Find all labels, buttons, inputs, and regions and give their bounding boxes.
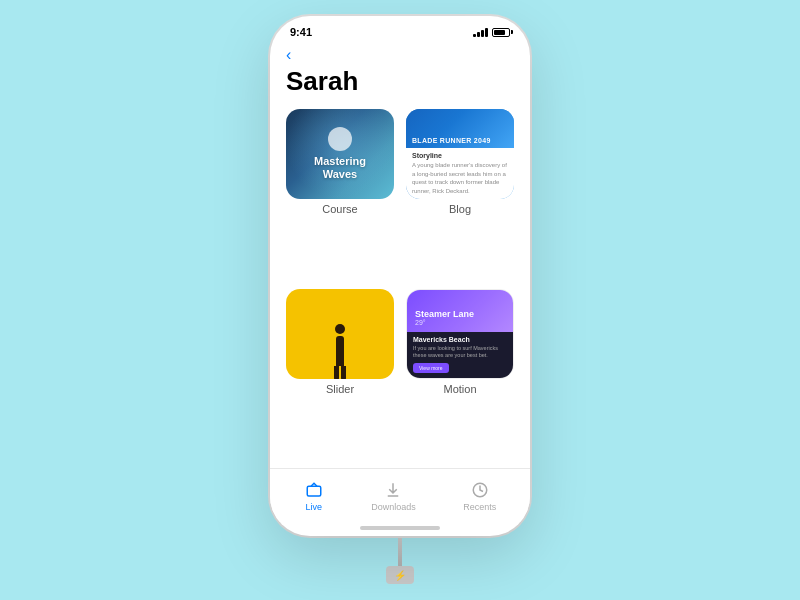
nav-item-downloads[interactable]: Downloads	[363, 476, 424, 516]
header: ‹ Sarah	[270, 42, 530, 105]
svg-rect-0	[307, 486, 321, 496]
motion-header: Steamer Lane 29°	[407, 290, 513, 332]
cable	[398, 536, 402, 566]
blog-tag: Storyline	[412, 152, 508, 159]
motion-temp: 29°	[415, 319, 505, 326]
status-icons	[473, 28, 510, 37]
usb-icon: ⚡	[394, 570, 406, 581]
course-card-title: MasteringWaves	[314, 155, 366, 181]
battery-icon	[492, 28, 510, 37]
motion-body: Mavericks Beach If you are looking to su…	[407, 332, 513, 378]
nav-item-recents[interactable]: Recents	[455, 476, 504, 516]
home-indicator	[360, 526, 440, 530]
live-nav-label: Live	[305, 502, 322, 512]
grid-item-blog: Blade Runner 2049 Storyline A young blad…	[406, 109, 514, 277]
motion-card-title: Steamer Lane	[415, 309, 505, 319]
person-legs	[329, 366, 351, 379]
motion-location: Mavericks Beach	[413, 336, 507, 343]
grid-item-slider: Slider	[286, 289, 394, 457]
page-title: Sarah	[286, 66, 514, 97]
slider-card[interactable]	[286, 289, 394, 379]
nav-item-live[interactable]: Live	[296, 476, 332, 516]
usb-plug: ⚡	[386, 566, 414, 584]
motion-card-label: Motion	[443, 383, 476, 395]
blog-card[interactable]: Blade Runner 2049 Storyline A young blad…	[406, 109, 514, 199]
blog-card-label: Blog	[449, 203, 471, 215]
signal-icon	[473, 28, 488, 37]
grid-item-course: MasteringWaves Course	[286, 109, 394, 277]
back-button[interactable]: ‹	[286, 46, 514, 64]
bottom-nav: Live Downloads	[270, 468, 530, 522]
phone-wrapper: 9:41 ‹ Sarah	[270, 16, 530, 584]
motion-view-more-button[interactable]: View more	[413, 363, 449, 373]
blog-image: Blade Runner 2049	[406, 109, 514, 148]
person-leg-right	[341, 366, 346, 379]
motion-card[interactable]: Steamer Lane 29° Mavericks Beach If you …	[406, 289, 514, 379]
slider-card-label: Slider	[326, 383, 354, 395]
course-avatar	[328, 127, 352, 151]
phone: 9:41 ‹ Sarah	[270, 16, 530, 536]
blog-text-area: Storyline A young blade runner's discove…	[406, 148, 514, 199]
downloads-nav-label: Downloads	[371, 502, 416, 512]
blog-desc: A young blade runner's discovery of a lo…	[412, 161, 508, 195]
recents-nav-label: Recents	[463, 502, 496, 512]
screen: ‹ Sarah MasteringWaves Course	[270, 42, 530, 536]
downloads-icon	[383, 480, 403, 500]
content-grid: MasteringWaves Course Blade Runner 2049 …	[270, 105, 530, 468]
course-card-label: Course	[322, 203, 357, 215]
person-silhouette	[329, 324, 351, 379]
person-body	[336, 336, 344, 366]
grid-item-motion: Steamer Lane 29° Mavericks Beach If you …	[406, 289, 514, 457]
recents-icon	[470, 480, 490, 500]
blog-overlay-title: Blade Runner 2049	[412, 137, 491, 144]
motion-desc: If you are looking to surf Mavericks the…	[413, 345, 507, 359]
status-time: 9:41	[290, 26, 312, 38]
person-leg-left	[334, 366, 339, 379]
course-card[interactable]: MasteringWaves	[286, 109, 394, 199]
live-icon	[304, 480, 324, 500]
status-bar: 9:41	[270, 16, 530, 42]
person-head	[335, 324, 345, 334]
